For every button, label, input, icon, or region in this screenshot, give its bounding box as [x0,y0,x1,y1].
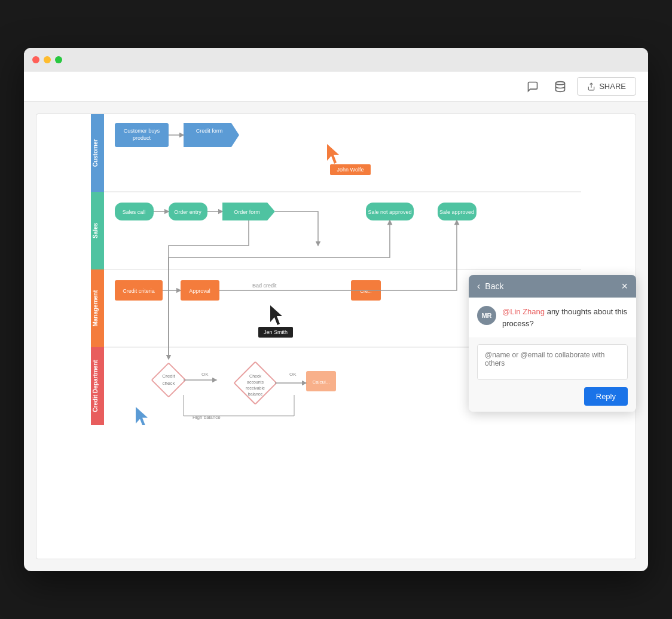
svg-text:Bad credit: Bad credit [252,283,277,289]
svg-text:OK: OK [201,372,209,377]
svg-rect-51 [306,371,336,391]
svg-text:Customer buys: Customer buys [124,128,160,134]
svg-rect-58 [258,327,293,338]
svg-text:Order entry: Order entry [174,209,201,215]
share-label: SHARE [599,82,626,91]
mention-tag: @Lin Zhang [502,307,545,316]
svg-marker-17 [184,123,239,147]
commenter-avatar: MR [477,306,496,325]
svg-text:receivable: receivable [246,386,265,390]
svg-marker-25 [222,203,275,220]
svg-text:Credit criteria: Credit criteria [123,288,155,294]
svg-rect-19 [115,203,154,220]
svg-text:Order form: Order form [234,209,260,215]
reply-actions: Reply [477,387,628,406]
svg-text:Sale approved: Sale approved [439,209,474,215]
svg-rect-13 [115,123,169,147]
comment-panel: ‹ Back × MR @Lin Zhang any thoughts abou… [469,275,636,412]
svg-marker-60 [136,407,148,425]
back-button[interactable]: ‹ [477,281,480,292]
svg-rect-29 [438,203,476,220]
svg-rect-31 [115,280,163,301]
svg-text:balance: balance [248,392,263,396]
svg-text:OK: OK [289,372,297,377]
svg-text:check: check [163,381,176,386]
database-button[interactable] [549,76,571,97]
svg-rect-34 [181,280,219,301]
share-button[interactable]: SHARE [577,77,636,96]
svg-text:Sale not approved: Sale not approved [368,209,411,215]
svg-rect-39 [152,363,186,397]
panel-header: ‹ Back × [469,275,636,298]
title-bar [24,48,648,72]
reply-input[interactable] [477,344,628,380]
svg-text:Check: Check [249,374,261,378]
toolbar: SHARE [24,72,648,102]
comment-button[interactable] [522,76,543,97]
svg-rect-7 [91,269,104,347]
close-traffic-light[interactable] [32,56,39,63]
maximize-traffic-light[interactable] [55,56,62,63]
svg-rect-22 [169,203,207,220]
svg-text:Credit form: Credit form [196,128,223,134]
svg-text:Jen Smith: Jen Smith [264,329,288,335]
comment-text: @Lin Zhang any thoughts about this proce… [502,306,628,329]
svg-rect-5 [91,114,104,192]
svg-marker-54 [327,144,339,164]
svg-rect-27 [366,203,414,220]
svg-rect-44 [234,362,277,405]
svg-rect-37 [351,280,381,301]
svg-rect-55 [330,164,371,175]
svg-text:Calcul...: Calcul... [313,379,330,385]
comment-body: MR @Lin Zhang any thoughts about this pr… [469,298,636,338]
svg-text:High balance: High balance [193,415,221,420]
svg-text:Customer: Customer [92,139,99,167]
svg-rect-6 [91,192,104,269]
svg-text:Credit: Credit [162,373,175,379]
app-window: SHARE Customer Sal [24,48,648,571]
reply-button[interactable]: Reply [584,387,628,406]
svg-marker-57 [270,305,282,325]
svg-rect-8 [91,347,104,425]
svg-text:Sales call: Sales call [123,209,146,215]
svg-point-0 [556,81,565,84]
svg-text:John Wolfe: John Wolfe [337,167,364,173]
svg-text:Cre...: Cre... [360,289,372,294]
svg-text:product: product [133,135,151,141]
traffic-lights [32,56,62,63]
close-panel-button[interactable]: × [621,281,628,292]
minimize-traffic-light[interactable] [44,56,51,63]
svg-text:Approval: Approval [189,288,210,294]
svg-text:Sales: Sales [92,222,99,238]
content-area: Customer Sales Management Credit Departm… [24,102,648,571]
svg-text:Credit Department: Credit Department [92,360,99,412]
panel-title: Back [485,281,503,291]
svg-text:Management: Management [92,290,99,327]
svg-text:accounts: accounts [247,380,264,384]
reply-area: Reply [469,338,636,412]
